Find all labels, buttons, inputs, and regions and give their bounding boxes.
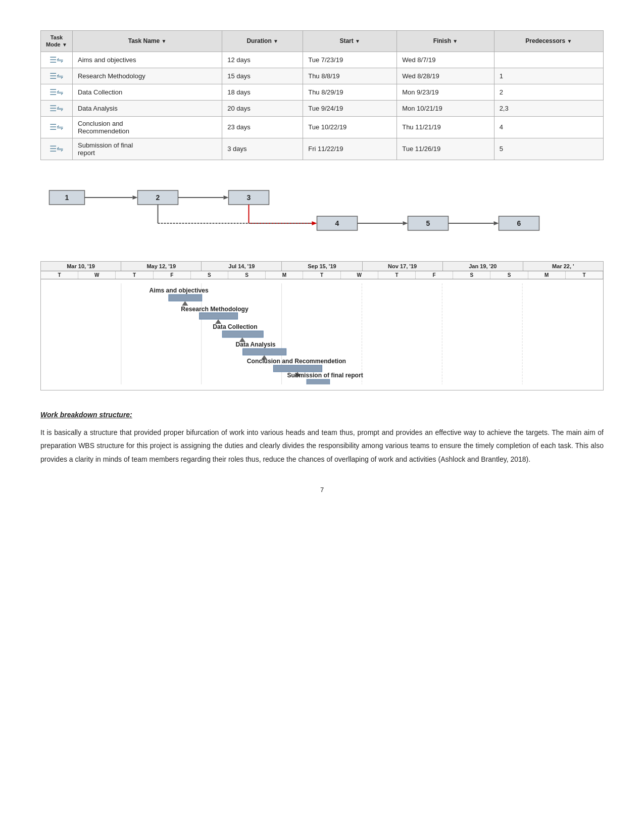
svg-text:3: 3 [247, 193, 251, 202]
task-start: Tue 7/23/19 [303, 52, 397, 68]
col-header-task-name: Task Name ▼ [72, 31, 222, 52]
gantt-day-cell: W [78, 271, 116, 279]
task-start: Tue 10/22/19 [303, 116, 397, 138]
task-duration: 23 days [222, 116, 303, 138]
gantt-day-cell: T [41, 271, 78, 279]
task-duration: 18 days [222, 84, 303, 100]
task-predecessors: 2 [494, 84, 603, 100]
task-duration: 3 days [222, 138, 303, 160]
gantt-day-cell: S [228, 271, 266, 279]
col-header-finish: Finish ▼ [397, 31, 494, 52]
svg-rect-47 [307, 379, 330, 384]
task-name: Research Methodology [72, 68, 222, 84]
task-finish: Wed 8/28/19 [397, 68, 494, 84]
network-diagram: 1 2 3 4 5 6 [40, 175, 604, 246]
task-name: Aims and objectives [72, 52, 222, 68]
task-finish: Mon 9/23/19 [397, 84, 494, 100]
svg-text:2: 2 [156, 193, 160, 202]
task-duration: 15 days [222, 68, 303, 84]
task-mode-icon: ☰⇋ [41, 138, 73, 160]
svg-text:5: 5 [426, 219, 430, 227]
gantt-day-cell: T [303, 271, 340, 279]
task-table: TaskMode ▼ Task Name ▼ Duration ▼ Start … [40, 30, 604, 160]
task-predecessors: 1 [494, 68, 603, 84]
task-mode-icon: ☰⇋ [41, 100, 73, 116]
svg-rect-32 [169, 295, 202, 301]
page-number: 7 [40, 486, 604, 494]
svg-text:Conclusion and Recommendetion: Conclusion and Recommendetion [247, 358, 346, 365]
svg-marker-12 [312, 221, 317, 225]
task-finish: Thu 11/21/19 [397, 116, 494, 138]
task-duration: 20 days [222, 100, 303, 116]
svg-marker-7 [224, 195, 229, 200]
task-duration: 12 days [222, 52, 303, 68]
task-predecessors: 5 [494, 138, 603, 160]
gantt-period-6: Jan 19, '20 [443, 262, 523, 271]
svg-rect-44 [273, 365, 322, 372]
task-name: Data Collection [72, 84, 222, 100]
task-predecessors: 2,3 [494, 100, 603, 116]
gantt-day-cell: S [191, 271, 228, 279]
svg-rect-41 [243, 349, 286, 355]
table-row: ☰⇋Research Methodology15 daysThu 8/8/19W… [41, 68, 604, 84]
task-predecessors [494, 52, 603, 68]
gantt-period-4: Sep 15, '19 [282, 262, 362, 271]
task-finish: Tue 11/26/19 [397, 138, 494, 160]
gantt-day-cell: W [341, 271, 378, 279]
task-start: Fri 11/22/19 [303, 138, 397, 160]
gantt-day-cell: M [528, 271, 566, 279]
gantt-period-3: Jul 14, '19 [202, 262, 282, 271]
col-header-predecessors: Predecessors ▼ [494, 31, 603, 52]
svg-text:Data Analysis: Data Analysis [235, 341, 275, 348]
svg-text:Submission of final report: Submission of final report [287, 372, 363, 379]
gantt-day-cell: T [378, 271, 416, 279]
gantt-day-cell: F [416, 271, 453, 279]
col-header-duration: Duration ▼ [222, 31, 303, 52]
task-finish: Mon 10/21/19 [397, 100, 494, 116]
svg-text:Research Methodology: Research Methodology [181, 306, 249, 313]
task-mode-icon: ☰⇋ [41, 68, 73, 84]
gantt-chart: Mar 10, '19 May 12, '19 Jul 14, '19 Sep … [40, 261, 604, 390]
gantt-period-5: Nov 17, '19 [363, 262, 443, 271]
task-mode-icon: ☰⇋ [41, 116, 73, 138]
wbs-title: Work breakdown structure: [40, 411, 604, 419]
svg-rect-38 [222, 331, 263, 337]
gantt-period-7: Mar 22, ' [523, 262, 603, 271]
gantt-period-2: May 12, '19 [121, 262, 202, 271]
svg-rect-35 [200, 313, 238, 319]
svg-text:Aims and objectives: Aims and objectives [150, 287, 209, 294]
table-row: ☰⇋Submission of final report3 daysFri 11… [41, 138, 604, 160]
svg-marker-22 [494, 221, 499, 225]
svg-text:1: 1 [65, 193, 69, 202]
gantt-day-cell: T [116, 271, 153, 279]
task-start: Thu 8/8/19 [303, 68, 397, 84]
task-start: Thu 8/29/19 [303, 84, 397, 100]
svg-text:6: 6 [517, 219, 521, 227]
table-row: ☰⇋Data Collection18 daysThu 8/29/19Mon 9… [41, 84, 604, 100]
svg-marker-18 [403, 221, 408, 225]
gantt-day-cell: S [490, 271, 528, 279]
task-name: Conclusion and Recommendetion [72, 116, 222, 138]
task-mode-icon: ☰⇋ [41, 84, 73, 100]
svg-text:4: 4 [335, 219, 339, 227]
col-header-start: Start ▼ [303, 31, 397, 52]
gantt-day-cell: M [266, 271, 303, 279]
task-predecessors: 4 [494, 116, 603, 138]
task-mode-icon: ☰⇋ [41, 52, 73, 68]
table-row: ☰⇋Conclusion and Recommendetion23 daysTu… [41, 116, 604, 138]
gantt-day-cell: T [566, 271, 603, 279]
table-row: ☰⇋Data Analysis20 daysTue 9/24/19Mon 10/… [41, 100, 604, 116]
gantt-period-1: Mar 10, '19 [41, 262, 121, 271]
col-header-task-mode: TaskMode ▼ [41, 31, 73, 52]
svg-marker-33 [182, 301, 188, 306]
gantt-day-cell: S [453, 271, 490, 279]
table-row: ☰⇋Aims and objectives12 daysTue 7/23/19W… [41, 52, 604, 68]
task-name: Data Analysis [72, 100, 222, 116]
gantt-day-cell: F [154, 271, 191, 279]
task-finish: Wed 8/7/19 [397, 52, 494, 68]
task-start: Tue 9/24/19 [303, 100, 397, 116]
svg-marker-3 [133, 195, 138, 200]
wbs-body: It is basically a structure that provide… [40, 426, 604, 466]
task-name: Submission of final report [72, 138, 222, 160]
svg-text:Data Collection: Data Collection [213, 323, 257, 330]
